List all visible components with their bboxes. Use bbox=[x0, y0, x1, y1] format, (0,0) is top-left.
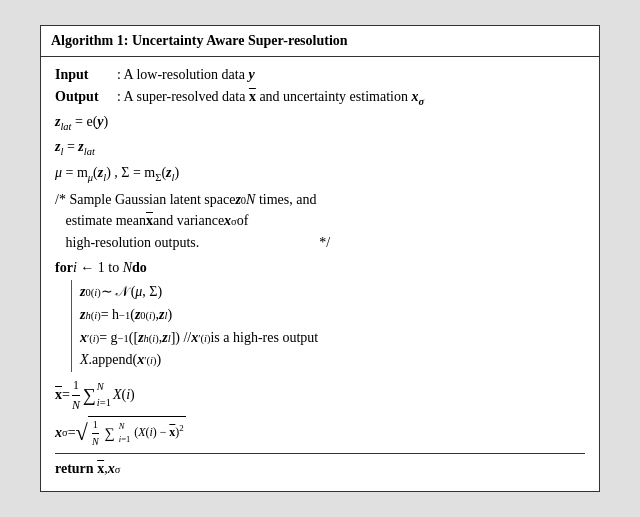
xs-xbar: x bbox=[169, 425, 175, 439]
sqrt-content: 1 N ∑ N i=1 (X(i) − x)2 bbox=[88, 416, 186, 449]
xbar-frac: 1 N bbox=[71, 376, 81, 414]
ll3-inv: −1 bbox=[118, 331, 129, 347]
ll2-isup2: (i) bbox=[146, 308, 156, 324]
output-xsigma: xσ bbox=[411, 89, 424, 104]
xs-frac-num: 1 bbox=[92, 417, 99, 434]
xs-sum-sym: ∑ bbox=[105, 425, 115, 441]
xs-sum-bounds: N i=1 bbox=[119, 420, 130, 447]
ll4-prime: ′(i) bbox=[144, 353, 156, 369]
zl-lat-sub: lat bbox=[84, 146, 95, 157]
ll4-x: x bbox=[137, 349, 144, 371]
sigma-close: ) bbox=[174, 165, 179, 180]
ll3-x: x bbox=[80, 327, 87, 349]
input-var: y bbox=[248, 67, 254, 82]
line-zl: zl = zlat bbox=[55, 136, 585, 160]
loop-line2: zh(i) = h−1 (z0(i) , zl) bbox=[80, 304, 585, 326]
zlat-eq: = e( bbox=[72, 114, 98, 129]
xs-frac-den: N bbox=[91, 434, 100, 450]
xbar-sum-upper: N bbox=[97, 379, 111, 395]
for-keyword: for bbox=[55, 257, 73, 279]
ll3-close: ]) // bbox=[171, 327, 192, 349]
ll3-prime2: ′(i) bbox=[198, 331, 210, 347]
ll3-eq: = g bbox=[99, 327, 117, 349]
ll1-comma: , Σ) bbox=[142, 281, 162, 303]
comment-of: of bbox=[237, 210, 249, 232]
ll3-x2: x bbox=[191, 327, 198, 349]
ll2-inv: −1 bbox=[119, 308, 130, 324]
zlat-expr: zlat = e(y) bbox=[55, 111, 108, 135]
input-line: Input : A low-resolution data y bbox=[55, 64, 585, 86]
xbar-sum-lower: i=1 bbox=[97, 395, 111, 411]
output-sigma-sub: σ bbox=[418, 96, 424, 107]
zl-expr: zl = zlat bbox=[55, 136, 95, 160]
output-text: : A super-resolved data bbox=[117, 89, 249, 104]
ll3-comment: is a high-res output bbox=[210, 327, 318, 349]
loop-vbar bbox=[71, 280, 72, 372]
ll2-isup: (i) bbox=[91, 308, 101, 324]
ll4-xappend: X.append( bbox=[80, 349, 137, 371]
loop-body: z0(i) ∼ 𝒩 (μ, Σ) zh(i) = h−1 (z0(i) , zl… bbox=[55, 280, 585, 372]
xbar-eq: = bbox=[62, 384, 70, 406]
xs-sum-lower: i=1 bbox=[119, 433, 130, 446]
output-and: and uncertainty estimation bbox=[256, 89, 412, 104]
algorithm-box: Algorithm 1: Uncertainty Aware Super-res… bbox=[40, 25, 600, 492]
loop-line1: z0(i) ∼ 𝒩 (μ, Σ) bbox=[80, 281, 585, 303]
line-zlat: zlat = e(y) bbox=[55, 111, 585, 135]
comment-line3: high-resolution outputs. */ bbox=[55, 232, 585, 254]
xs-eq: = bbox=[68, 422, 76, 444]
output-content: : A super-resolved data x and uncertaint… bbox=[117, 86, 585, 110]
mu-sym: μ bbox=[55, 165, 62, 180]
loop-line4: X.append(x′(i)) bbox=[80, 349, 585, 371]
for-do: do bbox=[132, 257, 147, 279]
z-lat-sub: lat bbox=[60, 121, 71, 132]
return-sigma: σ bbox=[115, 462, 121, 478]
ll3-prime: ′(i) bbox=[87, 331, 99, 347]
output-label: Output bbox=[55, 86, 117, 108]
ll4-close: ) bbox=[156, 349, 161, 371]
ll2-close: ) bbox=[167, 304, 172, 326]
comment-block: /* Sample Gaussian latent space z0 N tim… bbox=[55, 189, 585, 254]
xbar-sum-sym: ∑ bbox=[83, 381, 96, 409]
return-xs: x bbox=[108, 458, 115, 480]
comment-xs: x bbox=[224, 210, 231, 232]
frac-den: N bbox=[71, 396, 81, 414]
comment-xbar: x bbox=[146, 210, 153, 232]
ll1-isup: (i) bbox=[91, 285, 101, 301]
comment-line1: /* Sample Gaussian latent space z0 N tim… bbox=[55, 189, 585, 211]
xs-expr: (X(i) − x)2 bbox=[134, 425, 184, 439]
mu-sigma-expr: μ = mμ(zl) , Σ = mΣ(zl) bbox=[55, 162, 179, 186]
ll2-eq: = h bbox=[101, 304, 119, 326]
comment-open: /* Sample Gaussian latent space bbox=[55, 189, 235, 211]
comment-line2: estimate mean x and variance xσ of bbox=[55, 210, 585, 232]
loop-line3: x′(i) = g−1 ([zh(i) , zl]) // x′(i) is a… bbox=[80, 327, 585, 349]
loop-content: z0(i) ∼ 𝒩 (μ, Σ) zh(i) = h−1 (z0(i) , zl… bbox=[80, 280, 585, 372]
comment-and: and variance bbox=[153, 210, 224, 232]
zlat-close: ) bbox=[104, 114, 109, 129]
xs-sym: x bbox=[55, 422, 62, 444]
algorithm-title: Uncertainty Aware Super-resolution bbox=[132, 33, 348, 48]
sqrt-expr: √ 1 N ∑ N i=1 (X(i) − x)2 bbox=[76, 416, 186, 449]
ll3-isup: (i) bbox=[149, 331, 159, 347]
comment-N: N times, and bbox=[246, 189, 316, 211]
algorithm-body: Input : A low-resolution data y Output :… bbox=[41, 57, 599, 491]
comment-indent2: estimate mean bbox=[55, 210, 146, 232]
output-xbar: x bbox=[249, 89, 256, 104]
zl-eq: = bbox=[63, 139, 78, 154]
xs-frac: 1 N bbox=[91, 417, 100, 449]
sqrt-symbol: √ bbox=[76, 423, 88, 442]
for-line: for i ← 1 to N do bbox=[55, 257, 585, 279]
return-keyword: return bbox=[55, 458, 94, 480]
algorithm-header: Algorithm 1: Uncertainty Aware Super-res… bbox=[41, 26, 599, 57]
input-text: : A low-resolution data bbox=[117, 67, 248, 82]
line-mu-sigma: μ = mμ(zl) , Σ = mΣ(zl) bbox=[55, 162, 585, 186]
input-content: : A low-resolution data y bbox=[117, 64, 585, 86]
xs-sum-upper: N bbox=[119, 420, 130, 433]
frac-num: 1 bbox=[72, 376, 80, 395]
mu-eq: = m bbox=[62, 165, 88, 180]
xbar-line: x = 1 N ∑ N i=1 X(i) bbox=[55, 376, 585, 414]
return-xbar: x bbox=[97, 458, 104, 480]
algorithm-number: Algorithm 1: bbox=[51, 33, 128, 48]
mu-rest: ) , Σ = m bbox=[106, 165, 155, 180]
xs-sq: 2 bbox=[179, 423, 183, 433]
bottom-divider bbox=[55, 453, 585, 454]
